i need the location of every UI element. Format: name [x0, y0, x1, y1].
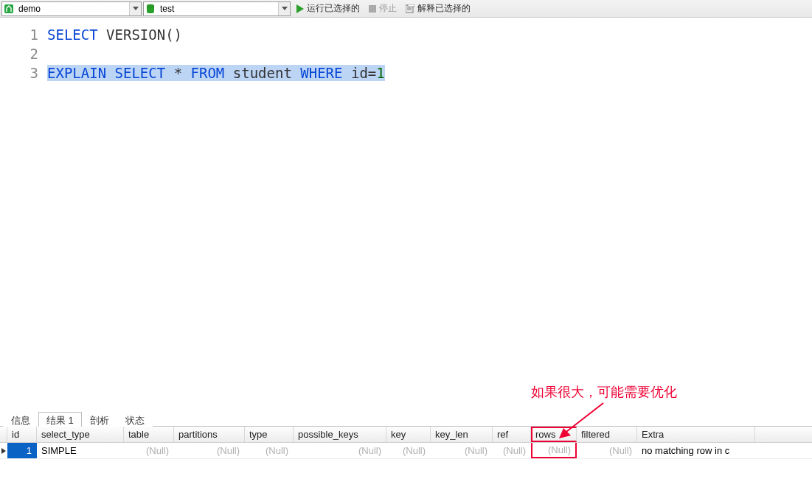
- run-button[interactable]: 运行已选择的: [292, 1, 364, 17]
- cell-key[interactable]: (Null): [386, 443, 431, 458]
- chevron-down-icon: [278, 2, 290, 15]
- explain-button[interactable]: 解释已选择的: [401, 1, 475, 17]
- explain-icon: [406, 4, 414, 13]
- col-id[interactable]: id: [7, 427, 37, 442]
- cell-id[interactable]: 1: [7, 443, 37, 458]
- cell-partitions[interactable]: (Null): [174, 443, 245, 458]
- col-partitions[interactable]: partitions: [174, 427, 245, 442]
- run-label: 运行已选择的: [307, 2, 360, 15]
- svg-rect-5: [408, 4, 414, 7]
- col-type[interactable]: type: [245, 427, 294, 442]
- toolbar: demo test 运行已选择的 停止 解释已选择的: [0, 0, 812, 18]
- col-ref[interactable]: ref: [493, 427, 531, 442]
- cell-select-type[interactable]: SIMPLE: [37, 443, 124, 458]
- explain-label: 解释已选择的: [417, 2, 471, 15]
- database-value: test: [157, 4, 278, 14]
- chevron-down-icon: [129, 2, 141, 15]
- cell-possible-keys[interactable]: (Null): [294, 443, 386, 458]
- annotation-text: 如果很大，可能需要优化: [531, 383, 677, 401]
- cell-filtered[interactable]: (Null): [577, 443, 637, 458]
- cell-ref[interactable]: (Null): [493, 443, 531, 458]
- line-number: 3: [0, 63, 47, 83]
- tab-status[interactable]: 状态: [117, 412, 153, 427]
- tab-profile[interactable]: 剖析: [82, 412, 117, 427]
- line-number: 1: [0, 25, 47, 44]
- col-possible-keys[interactable]: possible_keys: [294, 427, 386, 442]
- line-number: 2: [0, 44, 47, 63]
- stop-button[interactable]: 停止: [364, 1, 401, 17]
- result-tabs: 信息 结果 1 剖析 状态: [0, 410, 812, 427]
- sql-editor[interactable]: 1 2 3 SELECT VERSION() EXPLAIN SELECT * …: [0, 18, 812, 410]
- row-marker: [0, 443, 7, 458]
- connection-icon: [2, 2, 15, 15]
- cell-type[interactable]: (Null): [245, 443, 294, 458]
- cell-key-len[interactable]: (Null): [431, 443, 493, 458]
- result-grid: id select_type table partitions type pos…: [0, 427, 812, 459]
- col-table[interactable]: table: [124, 427, 174, 442]
- annotation-arrow: [559, 402, 611, 438]
- col-key-len[interactable]: key_len: [431, 427, 493, 442]
- connection-combo[interactable]: demo: [1, 1, 142, 16]
- stop-label: 停止: [379, 2, 397, 15]
- stop-icon: [369, 5, 376, 13]
- tab-info[interactable]: 信息: [3, 412, 38, 427]
- col-extra[interactable]: Extra: [637, 427, 755, 442]
- play-icon: [296, 4, 304, 13]
- table-row[interactable]: 1 SIMPLE (Null) (Null) (Null) (Null) (Nu…: [0, 443, 812, 459]
- svg-rect-3: [369, 5, 376, 13]
- svg-line-8: [563, 403, 603, 434]
- tab-result[interactable]: 结果 1: [38, 412, 82, 427]
- cell-rows[interactable]: (Null): [531, 443, 577, 458]
- rowmark-header: [0, 427, 7, 442]
- connection-value: demo: [15, 4, 129, 14]
- database-icon: [144, 2, 157, 15]
- line-gutter: 1 2 3: [0, 18, 47, 410]
- cell-extra[interactable]: no matching row in c: [637, 443, 755, 458]
- col-select-type[interactable]: select_type: [37, 427, 124, 442]
- cell-table[interactable]: (Null): [124, 443, 174, 458]
- database-combo[interactable]: test: [143, 1, 291, 16]
- col-key[interactable]: key: [386, 427, 431, 442]
- grid-header-row: id select_type table partitions type pos…: [0, 427, 812, 443]
- code-area[interactable]: SELECT VERSION() EXPLAIN SELECT * FROM s…: [47, 18, 812, 410]
